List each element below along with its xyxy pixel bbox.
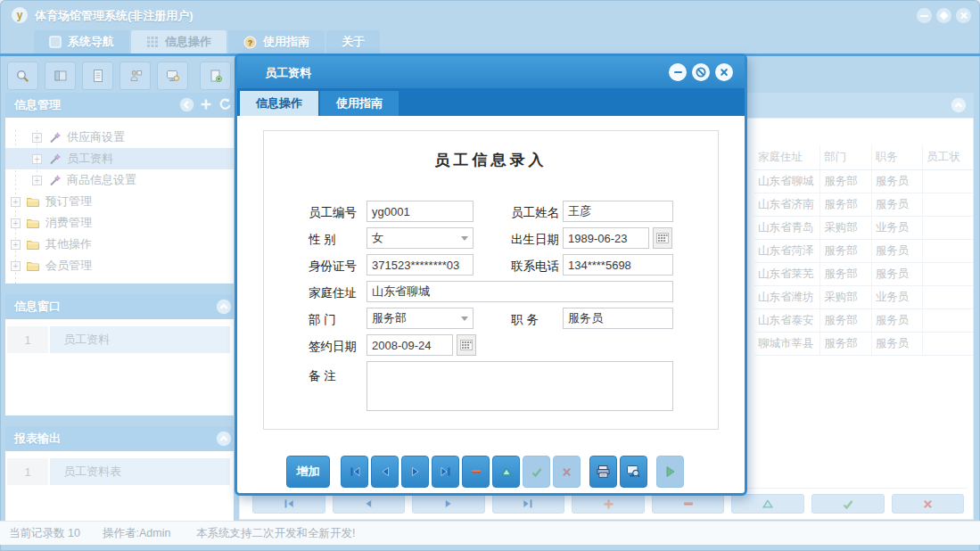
tab-info-ops[interactable]: 信息操作 [131, 30, 226, 53]
dialog-close-button[interactable] [715, 63, 733, 81]
gender-select[interactable]: 女 [366, 227, 474, 249]
print-button[interactable] [589, 456, 617, 488]
navigator-button-cancel[interactable] [892, 494, 965, 514]
toolbar-button-document[interactable] [82, 62, 113, 90]
dialog-tab-info-ops[interactable]: 信息操作 [240, 91, 318, 116]
calendar-icon [656, 233, 669, 243]
nav-prev-button[interactable] [371, 456, 399, 488]
table-cell: 服务部 [820, 309, 872, 332]
birth-date-input[interactable] [563, 227, 649, 249]
table-cell: 山东省菏泽 [754, 240, 820, 262]
list-item[interactable]: 1员工资料 [7, 326, 230, 353]
toolbar-button-doc-add[interactable] [200, 62, 231, 90]
edit-button[interactable] [492, 456, 520, 488]
tab-user-guide[interactable]: ?使用指南 [228, 30, 325, 53]
tab-system-nav[interactable]: 系统导航 [34, 30, 129, 53]
toolbar-button-monitor[interactable] [157, 62, 188, 90]
tab-about[interactable]: 关于 [326, 30, 380, 53]
tree-item-员工资料[interactable]: +员工资料 [5, 148, 234, 169]
calendar-button[interactable] [653, 227, 672, 249]
run-button[interactable] [656, 456, 684, 488]
add-button[interactable]: 增加 [286, 456, 330, 488]
table-row[interactable]: 山东省菏泽服务部服务员 [754, 240, 973, 263]
nav-last-button[interactable] [432, 456, 459, 488]
expand-icon[interactable]: + [11, 197, 21, 207]
preview-button[interactable] [620, 456, 647, 488]
nav-first-button[interactable] [341, 456, 368, 488]
table-row[interactable]: 山东省莱芜服务部服务员 [754, 263, 973, 286]
app-window: y 体育场馆管理系统(非注册用户) 系统导航信息操作?使用指南关于 信息管理 +… [0, 0, 980, 551]
collapse-panel-button[interactable] [216, 431, 232, 447]
close-button[interactable] [956, 8, 971, 23]
expand-icon[interactable]: + [11, 261, 21, 271]
toolbar-button-panel[interactable] [45, 62, 76, 90]
window-controls [917, 8, 971, 23]
expand-icon[interactable]: + [11, 218, 21, 228]
delete-button[interactable] [462, 456, 490, 488]
toolbar-button-user-config[interactable] [119, 62, 151, 90]
table-row[interactable]: 聊城市莘县服务部服务员 [754, 333, 973, 356]
phone-input[interactable] [563, 254, 673, 276]
column-header[interactable]: 家庭住址 [754, 145, 820, 169]
toolbar-button-search[interactable] [7, 62, 38, 90]
expand-icon[interactable]: + [11, 240, 21, 250]
navigator-button-delete[interactable] [652, 494, 725, 514]
status-bar: 当前记录数 10 操作者:Admin 本系统支持二次开发和全新开发! [0, 521, 980, 545]
collapse-panel-button[interactable] [951, 97, 967, 113]
panel-title: 信息窗口 [14, 300, 61, 313]
table-cell [923, 333, 973, 355]
magic-icon [47, 173, 62, 187]
confirm-button[interactable] [523, 456, 550, 488]
emp-no-input[interactable] [366, 201, 474, 222]
refresh-button[interactable] [218, 97, 232, 112]
tree-item-预订管理[interactable]: +预订管理 [5, 191, 234, 212]
svg-text:?: ? [248, 37, 253, 46]
calendar-button[interactable] [457, 334, 476, 356]
dialog-restore-button[interactable] [692, 63, 710, 81]
table-row[interactable]: 山东省济南服务部服务员 [754, 193, 973, 217]
table-row[interactable]: 山东省潍坊采购部业务员 [754, 286, 973, 309]
column-header[interactable]: 员工状 [923, 145, 973, 169]
tree-item-供应商设置[interactable]: +供应商设置 [5, 127, 234, 148]
list-item[interactable]: 1员工资料表 [7, 458, 230, 485]
id-number-label: 身份证号 [309, 259, 357, 275]
address-input[interactable] [366, 281, 673, 302]
expand-icon[interactable]: + [32, 154, 42, 164]
tree-item-消费管理[interactable]: +消费管理 [5, 212, 234, 234]
dialog-minimize-button[interactable] [669, 63, 687, 81]
info-window-list: 1员工资料 [5, 319, 234, 415]
note-textarea[interactable] [366, 361, 673, 411]
emp-name-input[interactable] [563, 201, 673, 222]
navigator-button-edit[interactable] [731, 494, 804, 514]
column-header[interactable]: 职务 [872, 145, 924, 169]
navigator-button-add[interactable] [572, 494, 645, 514]
navigator-button-confirm[interactable] [811, 494, 885, 514]
nav-next-button[interactable] [401, 456, 429, 488]
maximize-button[interactable] [936, 8, 951, 23]
add-panel-button[interactable] [199, 97, 213, 112]
department-select[interactable]: 服务部 [366, 308, 474, 329]
navigator-button-nav-prev[interactable] [333, 494, 406, 514]
dialog-tab-user-guide[interactable]: 使用指南 [320, 91, 399, 116]
tree-item-商品信息设置[interactable]: +商品信息设置 [5, 169, 234, 191]
navigator-button-nav-last[interactable] [492, 494, 565, 514]
panel-icon [54, 69, 68, 83]
collapse-left-button[interactable] [179, 97, 194, 112]
tree-item-其他操作[interactable]: +其他操作 [5, 234, 234, 255]
cancel-button[interactable] [553, 456, 581, 488]
tree-item-会员管理[interactable]: +会员管理 [5, 255, 234, 276]
navigator-button-nav-next[interactable] [412, 494, 485, 514]
navigator-button-nav-first[interactable] [252, 494, 325, 514]
expand-icon[interactable]: + [32, 133, 42, 143]
column-header[interactable]: 部门 [820, 145, 872, 169]
tree-item-label: 其他操作 [45, 236, 92, 252]
table-row[interactable]: 山东省青岛采购部业务员 [754, 217, 973, 240]
table-row[interactable]: 山东省聊城服务部服务员 [754, 170, 973, 193]
collapse-panel-button[interactable] [216, 299, 232, 315]
job-input[interactable] [563, 308, 673, 329]
minimize-button[interactable] [917, 8, 932, 23]
sign-date-input[interactable] [366, 334, 453, 356]
id-number-input[interactable] [366, 254, 474, 276]
table-row[interactable]: 山东省泰安服务部服务员 [754, 309, 973, 333]
expand-icon[interactable]: + [32, 176, 42, 185]
